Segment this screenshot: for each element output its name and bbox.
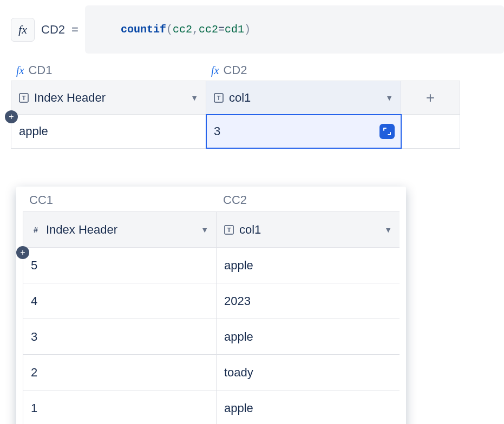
column-id-cd2[interactable]: fx CD2	[211, 63, 406, 77]
header-row: T Index Header ▼ T col1 ▼ +	[11, 81, 460, 115]
column-header-col1[interactable]: T col1 ▼	[217, 212, 400, 248]
expand-cell-button[interactable]	[379, 124, 395, 139]
column-id-cc2[interactable]: CC2	[223, 193, 406, 207]
expand-icon	[383, 128, 391, 135]
fx-icon: fx	[18, 23, 27, 37]
number-type-icon: #	[31, 225, 41, 235]
cell-cc2[interactable]: apple	[217, 319, 400, 355]
formula-open-paren: (	[166, 23, 173, 36]
formula-comma: ,	[192, 23, 199, 36]
column-id-label: CD2	[223, 63, 247, 77]
cell-value: 4	[31, 294, 37, 308]
cell-cd1[interactable]: apple	[11, 115, 206, 148]
cell-value: 3	[31, 330, 37, 344]
formula-eq: =	[218, 23, 225, 36]
plus-icon: +	[9, 112, 14, 121]
table-row: apple 3	[11, 115, 460, 148]
cell-value: 2	[31, 366, 37, 380]
formula-arg2b: cd1	[225, 23, 244, 36]
cell-cc2[interactable]: apple	[217, 248, 400, 283]
chevron-down-icon[interactable]: ▼	[384, 226, 392, 234]
fx-button[interactable]: fx	[11, 18, 35, 42]
svg-text:T: T	[22, 95, 26, 101]
cell-value: apple	[19, 124, 48, 138]
active-cell-ref: CD2	[41, 23, 65, 37]
header-row: # Index Header ▼ T col1 ▼	[23, 212, 400, 248]
chevron-down-icon[interactable]: ▼	[385, 94, 393, 102]
text-type-icon: T	[214, 93, 224, 103]
column-id-row: fx CD1 fx CD2	[11, 63, 504, 77]
cell-value: apple	[224, 259, 253, 273]
table-row: 4 2023	[23, 283, 400, 319]
table-row: 1 apple	[23, 390, 400, 424]
equals-sign: =	[71, 23, 78, 37]
table-cd: fx CD1 fx CD2 + T Index Header ▼ T	[11, 63, 504, 149]
column-header-index[interactable]: T Index Header ▼	[11, 81, 206, 115]
column-header-label: Index Header	[34, 91, 185, 105]
plus-icon: +	[20, 248, 25, 257]
column-header-col1[interactable]: T col1 ▼	[206, 81, 401, 115]
grid-cc: # Index Header ▼ T col1 ▼ 5 apple 4 2023…	[23, 211, 400, 424]
cell-value: apple	[224, 330, 253, 344]
column-id-label: CC2	[223, 193, 247, 207]
column-header-label: Index Header	[46, 223, 195, 237]
formula-arg2a: cc2	[199, 23, 218, 36]
grid-cd: + T Index Header ▼ T col1 ▼ +	[11, 81, 460, 149]
cell-cc1[interactable]: 3	[23, 319, 217, 355]
column-id-cc1[interactable]: CC1	[29, 193, 223, 207]
add-row-button[interactable]: +	[16, 246, 29, 259]
formula-arg1: cc2	[173, 23, 192, 36]
svg-text:T: T	[217, 95, 221, 101]
svg-text:#: #	[34, 225, 38, 234]
chevron-down-icon[interactable]: ▼	[191, 94, 198, 102]
table-row: 5 apple	[23, 248, 400, 283]
table-cc: + CC1 CC2 # Index Header ▼ T col1 ▼	[16, 187, 406, 424]
svg-text:T: T	[227, 227, 231, 233]
cell-cc2[interactable]: toady	[217, 355, 400, 390]
plus-icon: +	[426, 89, 435, 107]
add-column-button[interactable]: +	[401, 81, 460, 115]
cell-cc1[interactable]: 5	[23, 248, 217, 283]
cell-cc1[interactable]: 1	[23, 390, 217, 424]
cell-cc1[interactable]: 4	[23, 283, 217, 319]
formula-bar: fx CD2 = countif(cc2,cc2=cd1)	[11, 5, 504, 54]
formula-input[interactable]: countif(cc2,cc2=cd1)	[85, 5, 504, 54]
table-row: 2 toady	[23, 355, 400, 390]
text-type-icon: T	[19, 93, 29, 103]
cell-value: 2023	[224, 294, 251, 308]
cell-cc2[interactable]: 2023	[217, 283, 400, 319]
formula-function-name: countif	[121, 23, 166, 36]
column-header-label: col1	[239, 223, 379, 237]
column-id-row: CC1 CC2	[16, 193, 406, 207]
cell-value: 1	[31, 401, 37, 415]
formula-close-paren: )	[244, 23, 251, 36]
column-id-label: CD1	[28, 63, 52, 77]
column-id-label: CC1	[29, 193, 53, 207]
cell-value: apple	[224, 401, 253, 415]
column-header-label: col1	[229, 91, 380, 105]
column-header-index[interactable]: # Index Header ▼	[23, 212, 217, 248]
add-row-button[interactable]: +	[5, 110, 18, 123]
text-type-icon: T	[224, 225, 234, 235]
cell-value: 5	[31, 259, 37, 273]
cell-value: 3	[214, 124, 220, 138]
cell-cc1[interactable]: 2	[23, 355, 217, 390]
cell-value: toady	[224, 366, 253, 380]
column-id-cd1[interactable]: fx CD1	[16, 63, 211, 77]
fx-icon: fx	[16, 64, 24, 77]
chevron-down-icon[interactable]: ▼	[201, 226, 208, 234]
fx-icon: fx	[211, 64, 219, 77]
table-row: 3 apple	[23, 319, 400, 355]
cell-cd2-selected[interactable]: 3	[206, 115, 401, 148]
cell-cc2[interactable]: apple	[217, 390, 400, 424]
